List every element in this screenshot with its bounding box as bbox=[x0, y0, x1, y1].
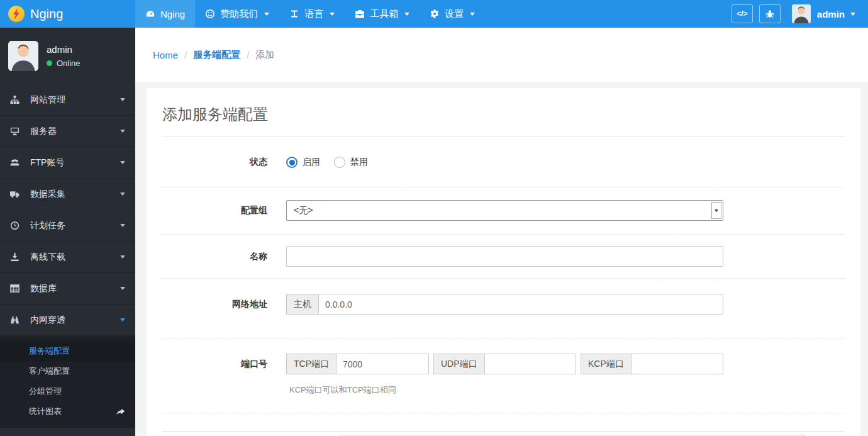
field-label: 端口号 bbox=[162, 354, 286, 374]
field-label: 状态 bbox=[162, 157, 286, 168]
clock-icon bbox=[10, 221, 23, 231]
sidebar-submenu: 服务端配置 客户端配置 分组管理 统计图表 bbox=[0, 336, 135, 428]
radio-icon bbox=[286, 157, 298, 168]
chevron-down-icon bbox=[120, 98, 125, 101]
nav-item-label: 语言 bbox=[304, 8, 323, 20]
sidebar-item-servers[interactable]: 服务器 bbox=[0, 116, 135, 147]
submenu-item-server-config[interactable]: 服务端配置 bbox=[0, 341, 135, 361]
gear-icon bbox=[430, 9, 440, 19]
radio-icon bbox=[334, 157, 345, 168]
code-button[interactable]: </> bbox=[732, 4, 753, 23]
select-arrow-icon[interactable] bbox=[711, 202, 721, 219]
tcp-port-input[interactable] bbox=[336, 354, 429, 374]
brand-name: Nging bbox=[30, 7, 63, 21]
chevron-down-icon bbox=[120, 161, 125, 164]
smile-icon bbox=[205, 9, 215, 19]
host-addon: 主机 bbox=[286, 294, 318, 315]
submenu-item-label: 分组管理 bbox=[29, 386, 62, 397]
tcp-port-group: TCP端口 bbox=[286, 354, 429, 374]
submenu-item-statistics[interactable]: 统计图表 bbox=[0, 401, 135, 422]
nav-item-toolbox[interactable]: 工具箱 bbox=[345, 0, 420, 28]
kcp-port-addon: KCP端口 bbox=[581, 354, 631, 374]
top-navbar: Nging Nging 赞助我们 bbox=[0, 0, 868, 28]
navbar-right: </> admin bbox=[732, 0, 868, 28]
udp-port-input[interactable] bbox=[484, 354, 576, 374]
nav-item-label: 工具箱 bbox=[370, 8, 398, 20]
udp-port-addon: UDP端口 bbox=[433, 354, 484, 374]
breadcrumb-separator: / bbox=[247, 50, 249, 60]
chevron-down-icon bbox=[264, 13, 269, 16]
submenu-item-client-config[interactable]: 客户端配置 bbox=[0, 361, 135, 381]
main-area: Home / 服务端配置 / 添加 添加服务端配置 状态 bbox=[135, 28, 868, 436]
chevron-down-icon bbox=[120, 130, 125, 133]
sidebar-item-websites[interactable]: 网站管理 bbox=[0, 84, 135, 116]
online-dot-icon bbox=[47, 60, 52, 66]
nav-item-sponsor[interactable]: 赞助我们 bbox=[195, 0, 279, 28]
download-icon bbox=[10, 252, 23, 262]
sidebar-item-intranet-tunnel[interactable]: 内网穿透 bbox=[0, 305, 135, 336]
form-group-status: 状态 启用 禁用 bbox=[162, 137, 845, 187]
sidebar-item-scheduled-tasks[interactable]: 计划任务 bbox=[0, 210, 135, 242]
binoculars-icon bbox=[10, 315, 23, 325]
brand-logo[interactable]: Nging bbox=[0, 0, 135, 28]
toolbox-icon bbox=[355, 9, 365, 19]
sidebar-item-ftp-accounts[interactable]: FTP账号 bbox=[0, 147, 135, 179]
name-input[interactable] bbox=[286, 246, 723, 267]
chevron-down-icon bbox=[120, 318, 125, 321]
chevron-down-icon bbox=[120, 224, 125, 227]
debug-button[interactable] bbox=[759, 4, 781, 23]
code-icon: </> bbox=[737, 9, 747, 18]
ports-help-text: KCP端口可以和TCP端口相同 bbox=[286, 384, 723, 396]
user-name: admin bbox=[817, 9, 845, 20]
external-link-icon bbox=[116, 407, 125, 416]
radio-label: 禁用 bbox=[350, 157, 368, 168]
field-label: 配置组 bbox=[162, 205, 286, 216]
sidebar-avatar bbox=[8, 41, 38, 71]
sidebar-user-name: admin bbox=[47, 44, 81, 55]
sidebar-user-status: Online bbox=[47, 59, 81, 68]
kcp-port-input[interactable] bbox=[631, 354, 723, 374]
section-divider bbox=[162, 431, 845, 432]
sidebar-item-label: 服务器 bbox=[30, 126, 57, 137]
status-label: Online bbox=[57, 59, 81, 68]
nav-item-language[interactable]: 语言 bbox=[279, 0, 345, 28]
sidebar-item-data-collect[interactable]: 数据采集 bbox=[0, 179, 135, 210]
nav-item-settings[interactable]: 设置 bbox=[420, 0, 485, 28]
nav-item-label: 赞助我们 bbox=[220, 8, 258, 20]
sidebar-item-database[interactable]: 数据库 bbox=[0, 273, 135, 305]
truck-icon bbox=[10, 189, 23, 199]
tcp-port-addon: TCP端口 bbox=[286, 354, 336, 374]
chevron-down-icon bbox=[404, 13, 409, 16]
breadcrumb-server-config-link[interactable]: 服务端配置 bbox=[193, 49, 240, 61]
user-menu[interactable]: admin bbox=[817, 9, 855, 20]
dashboard-icon bbox=[145, 9, 155, 19]
sidebar-item-label: 计划任务 bbox=[30, 220, 65, 232]
form-card: 添加服务端配置 状态 启用 禁用 bbox=[147, 88, 860, 436]
bug-icon bbox=[765, 9, 775, 19]
sidebar-item-offline-download[interactable]: 离线下载 bbox=[0, 242, 135, 273]
radio-disabled[interactable]: 禁用 bbox=[334, 157, 368, 168]
nav-item-label: 设置 bbox=[445, 8, 464, 20]
breadcrumb-home-link[interactable]: Home bbox=[153, 50, 178, 60]
radio-enabled[interactable]: 启用 bbox=[286, 157, 320, 168]
sidebar-item-label: 数据采集 bbox=[30, 189, 65, 200]
form-group-name: 名称 bbox=[162, 235, 845, 279]
nav-item-nging[interactable]: Nging bbox=[135, 0, 195, 28]
main-nav: Nging 赞助我们 语言 bbox=[135, 0, 485, 28]
user-avatar[interactable] bbox=[792, 4, 811, 23]
chevron-down-icon bbox=[120, 255, 125, 259]
breadcrumb-current: 添加 bbox=[255, 49, 274, 61]
sidebar-item-label: 网站管理 bbox=[30, 94, 65, 106]
users-icon bbox=[10, 158, 23, 168]
submenu-item-group-manage[interactable]: 分组管理 bbox=[0, 381, 135, 401]
host-input[interactable] bbox=[318, 294, 723, 315]
sidebar-item-label: 数据库 bbox=[30, 283, 57, 294]
sidebar-item-label: 内网穿透 bbox=[30, 315, 65, 326]
config-group-select[interactable]: <无> bbox=[286, 200, 723, 221]
chevron-down-icon bbox=[470, 13, 475, 16]
chevron-down-icon bbox=[120, 287, 125, 290]
udp-port-group: UDP端口 bbox=[433, 354, 576, 374]
nav-item-label: Nging bbox=[160, 9, 185, 20]
form-group-address: 网络地址 主机 bbox=[162, 279, 845, 339]
nging-logo-icon bbox=[8, 6, 25, 22]
